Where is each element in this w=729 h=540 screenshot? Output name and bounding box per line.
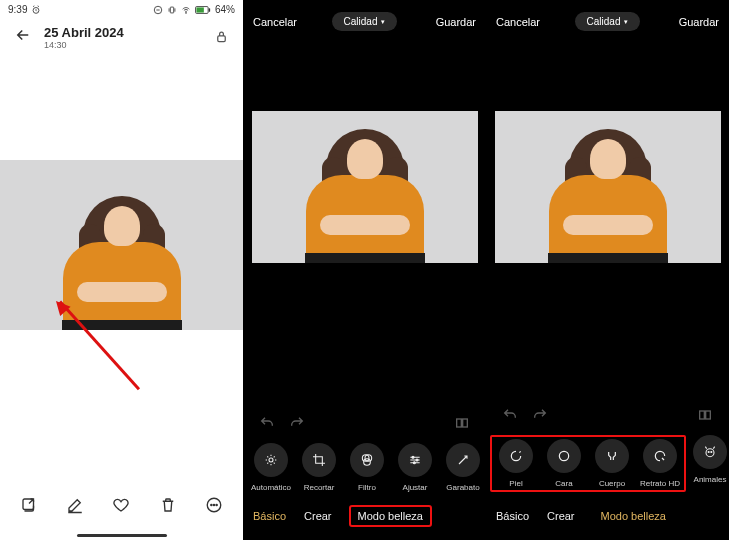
editor-panel-beauty: Cancelar Calidad Guardar Piel Cara Cuerp… <box>486 0 729 540</box>
undo-icon[interactable] <box>259 415 275 435</box>
tool-body[interactable]: Cuerpo <box>588 439 636 488</box>
compare-icon[interactable] <box>697 407 713 427</box>
svg-point-12 <box>216 504 217 505</box>
photo-preview[interactable] <box>0 160 243 330</box>
battery-icon <box>195 5 211 15</box>
lock-icon[interactable] <box>214 29 229 47</box>
redo-icon[interactable] <box>532 407 548 427</box>
svg-point-26 <box>708 451 709 452</box>
tab-create[interactable]: Crear <box>547 510 575 522</box>
bottom-toolbar <box>0 480 243 534</box>
svg-point-20 <box>416 459 418 461</box>
tool-row: Automático Recortar Filtro Ajustar Garab… <box>243 443 486 496</box>
wifi-icon <box>181 5 191 15</box>
annotation-arrow <box>60 300 178 303</box>
svg-rect-13 <box>457 419 462 427</box>
svg-rect-7 <box>218 35 226 41</box>
tab-basic[interactable]: Básico <box>253 510 286 522</box>
more-icon[interactable] <box>205 496 223 518</box>
tool-crop[interactable]: Recortar <box>295 443 343 492</box>
tool-portrait-hd[interactable]: Retrato HD <box>636 439 684 488</box>
tool-animals[interactable]: Animales <box>686 435 729 492</box>
svg-point-15 <box>269 458 273 462</box>
vibrate-icon <box>167 5 177 15</box>
tool-row: Piel Cara Cuerpo Retrato HD Animales <box>486 435 729 496</box>
svg-rect-5 <box>196 7 203 12</box>
tool-filter[interactable]: Filtro <box>343 443 391 492</box>
photo-date: 25 Abril 2024 <box>44 25 202 40</box>
back-arrow-icon[interactable] <box>14 26 32 49</box>
status-battery: 64% <box>215 4 235 15</box>
editor-photo-canvas[interactable] <box>252 111 478 263</box>
gallery-detail-panel: 9:39 64% 25 Abril 2024 14:30 <box>0 0 243 540</box>
dnd-icon <box>153 5 163 15</box>
tool-skin[interactable]: Piel <box>492 439 540 488</box>
edit-icon[interactable] <box>66 496 84 518</box>
svg-rect-23 <box>706 411 711 419</box>
tab-beauty[interactable]: Modo belleza <box>350 506 431 526</box>
svg-point-10 <box>211 504 212 505</box>
title-row: 25 Abril 2024 14:30 <box>0 15 243 60</box>
favorite-icon[interactable] <box>112 496 130 518</box>
svg-point-11 <box>213 504 214 505</box>
svg-rect-2 <box>170 7 173 13</box>
photo-time: 14:30 <box>44 40 202 50</box>
svg-rect-22 <box>700 411 705 419</box>
tool-doodle[interactable]: Garabato <box>439 443 486 492</box>
mode-tabs: Básico Crear Modo belleza <box>486 496 729 540</box>
alarm-icon <box>31 5 41 15</box>
save-button[interactable]: Guardar <box>640 16 719 28</box>
delete-icon[interactable] <box>159 496 177 518</box>
quality-dropdown[interactable]: Calidad <box>575 12 641 31</box>
tab-create[interactable]: Crear <box>304 510 332 522</box>
cancel-button[interactable]: Cancelar <box>496 16 575 28</box>
redo-icon[interactable] <box>289 415 305 435</box>
home-indicator[interactable] <box>0 534 243 540</box>
tab-beauty[interactable]: Modo belleza <box>593 506 674 526</box>
compare-icon[interactable] <box>454 415 470 435</box>
status-bar: 9:39 64% <box>0 0 243 15</box>
svg-point-27 <box>711 451 712 452</box>
status-time: 9:39 <box>8 4 27 15</box>
svg-rect-6 <box>209 8 210 11</box>
svg-rect-14 <box>463 419 468 427</box>
svg-point-19 <box>412 456 414 458</box>
svg-point-24 <box>559 451 568 460</box>
tool-adjust[interactable]: Ajustar <box>391 443 439 492</box>
share-icon[interactable] <box>20 496 38 518</box>
tool-face[interactable]: Cara <box>540 439 588 488</box>
editor-panel-basic: Cancelar Calidad Guardar Automático Reco… <box>243 0 486 540</box>
tab-basic[interactable]: Básico <box>496 510 529 522</box>
quality-dropdown[interactable]: Calidad <box>332 12 398 31</box>
svg-point-3 <box>186 12 187 13</box>
svg-point-25 <box>706 449 714 457</box>
editor-photo-canvas[interactable] <box>495 111 721 263</box>
svg-point-21 <box>413 462 415 464</box>
tool-auto[interactable]: Automático <box>247 443 295 492</box>
mode-tabs: Básico Crear Modo belleza <box>243 496 486 540</box>
undo-icon[interactable] <box>502 407 518 427</box>
cancel-button[interactable]: Cancelar <box>253 16 332 28</box>
save-button[interactable]: Guardar <box>397 16 476 28</box>
svg-point-18 <box>364 459 371 466</box>
